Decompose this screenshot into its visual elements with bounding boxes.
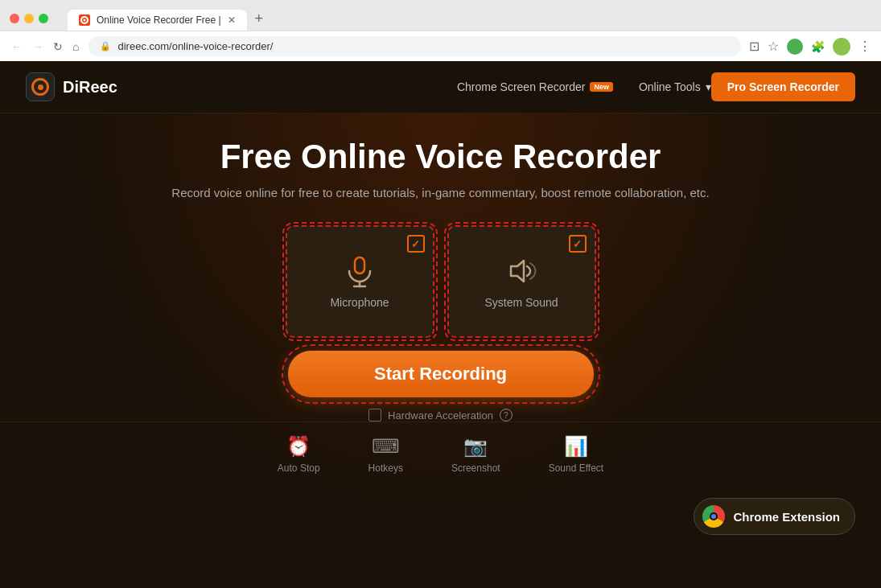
hero-section: Free Online Voice Recorder Record voice … bbox=[0, 113, 881, 588]
website: DiReec Chrome Screen Recorder New Online… bbox=[0, 61, 881, 588]
system-sound-card[interactable]: System Sound bbox=[447, 225, 596, 338]
minimize-window-button[interactable] bbox=[24, 14, 34, 23]
nav-links: Chrome Screen Recorder New Online Tools … bbox=[457, 80, 711, 93]
screenshot-label: Screenshot bbox=[451, 463, 500, 474]
logo-dot bbox=[38, 84, 43, 90]
sound-effect-icon: 📊 bbox=[564, 435, 588, 458]
active-tab[interactable]: Online Voice Recorder Free | ✕ bbox=[68, 10, 247, 31]
hotkeys-icon: ⌨ bbox=[372, 435, 400, 458]
hardware-acceleration-label: Hardware Acceleration bbox=[388, 409, 493, 421]
hardware-acceleration-row: Hardware Acceleration ? bbox=[368, 409, 513, 421]
profile-avatar bbox=[833, 38, 850, 56]
url-bar[interactable]: 🔒 direec.com/online-voice-recorder/ bbox=[89, 36, 741, 56]
close-window-button[interactable] bbox=[10, 14, 19, 23]
logo-ring bbox=[31, 78, 49, 96]
screenshot-feature-icon: 📷 bbox=[463, 435, 488, 458]
hotkeys-item[interactable]: ⌨ Hotkeys bbox=[368, 435, 403, 474]
system-sound-checkbox[interactable] bbox=[569, 235, 587, 253]
new-badge: New bbox=[590, 82, 613, 92]
auto-stop-label: Auto Stop bbox=[278, 463, 320, 474]
start-recording-button[interactable]: Start Recording bbox=[288, 351, 594, 397]
browser-chrome: Online Voice Recorder Free | ✕ + ← → ↻ ⌂… bbox=[0, 0, 881, 61]
logo: DiReec bbox=[26, 72, 117, 101]
pro-screen-recorder-button[interactable]: Pro Screen Recorder bbox=[711, 72, 855, 101]
chevron-down-icon: ▾ bbox=[706, 80, 711, 93]
auto-stop-icon: ⏰ bbox=[286, 435, 311, 458]
title-bar: Online Voice Recorder Free | ✕ + bbox=[0, 0, 881, 31]
nav-chrome-screen-recorder[interactable]: Chrome Screen Recorder New bbox=[457, 80, 613, 93]
svg-point-1 bbox=[84, 19, 86, 22]
microphone-icon bbox=[343, 254, 377, 288]
hero-title: Free Online Voice Recorder bbox=[220, 138, 661, 176]
bottom-feature-icons: ⏰ Auto Stop ⌨ Hotkeys 📷 Screenshot 📊 Sou… bbox=[0, 421, 881, 482]
tab-favicon bbox=[79, 14, 90, 26]
microphone-card[interactable]: Microphone bbox=[286, 225, 434, 338]
window-controls bbox=[10, 14, 48, 23]
menu-icon[interactable]: ⋮ bbox=[858, 39, 871, 54]
recorder-options: Microphone System Sound bbox=[286, 225, 596, 338]
hero-subtitle: Record voice online for free to create t… bbox=[171, 186, 709, 199]
speaker-icon bbox=[504, 254, 538, 288]
forward-button[interactable]: → bbox=[31, 39, 45, 55]
tab-bar: Online Voice Recorder Free | ✕ + bbox=[68, 6, 871, 31]
home-button[interactable]: ⌂ bbox=[71, 39, 80, 55]
hardware-acceleration-checkbox[interactable] bbox=[368, 409, 381, 421]
site-nav: DiReec Chrome Screen Recorder New Online… bbox=[0, 61, 881, 113]
chrome-extension-label: Chrome Extension bbox=[733, 510, 840, 524]
chrome-logo-icon bbox=[702, 505, 725, 528]
microphone-label: Microphone bbox=[330, 296, 389, 309]
chrome-logo-center bbox=[710, 512, 718, 520]
address-bar: ← → ↻ ⌂ 🔒 direec.com/online-voice-record… bbox=[0, 31, 881, 61]
screenshot-item[interactable]: 📷 Screenshot bbox=[451, 435, 500, 474]
logo-icon bbox=[26, 72, 55, 101]
nav-buttons: ← → ↻ ⌂ bbox=[10, 39, 80, 55]
chrome-user-avatar bbox=[787, 39, 803, 55]
system-sound-label: System Sound bbox=[484, 296, 558, 309]
extensions-icon[interactable]: 🧩 bbox=[811, 40, 825, 53]
microphone-checkbox[interactable] bbox=[407, 235, 425, 253]
tab-close-button[interactable]: ✕ bbox=[228, 14, 236, 26]
url-text: direec.com/online-voice-recorder/ bbox=[117, 40, 273, 52]
tab-title: Online Voice Recorder Free | bbox=[97, 14, 221, 26]
hardware-acceleration-help-icon[interactable]: ? bbox=[500, 409, 513, 421]
logo-text: DiReec bbox=[63, 78, 117, 97]
back-button[interactable]: ← bbox=[10, 39, 24, 55]
hotkeys-label: Hotkeys bbox=[368, 463, 403, 474]
address-actions: ⊡ ☆ 🧩 ⋮ bbox=[749, 38, 871, 56]
refresh-button[interactable]: ↻ bbox=[51, 39, 64, 55]
maximize-window-button[interactable] bbox=[39, 14, 48, 23]
auto-stop-item[interactable]: ⏰ Auto Stop bbox=[278, 435, 320, 474]
svg-marker-5 bbox=[511, 261, 524, 282]
bookmark-icon[interactable]: ☆ bbox=[768, 39, 779, 54]
lock-icon: 🔒 bbox=[100, 41, 111, 51]
new-tab-button[interactable]: + bbox=[247, 6, 272, 31]
nav-online-tools[interactable]: Online Tools ▾ bbox=[639, 80, 711, 93]
svg-rect-2 bbox=[355, 257, 364, 273]
start-recording-wrapper: Start Recording bbox=[288, 351, 594, 397]
sound-effect-item[interactable]: 📊 Sound Effect bbox=[549, 435, 604, 474]
sound-effect-label: Sound Effect bbox=[549, 463, 604, 474]
chrome-extension-button[interactable]: Chrome Extension bbox=[694, 498, 855, 535]
screenshot-icon[interactable]: ⊡ bbox=[749, 39, 760, 54]
